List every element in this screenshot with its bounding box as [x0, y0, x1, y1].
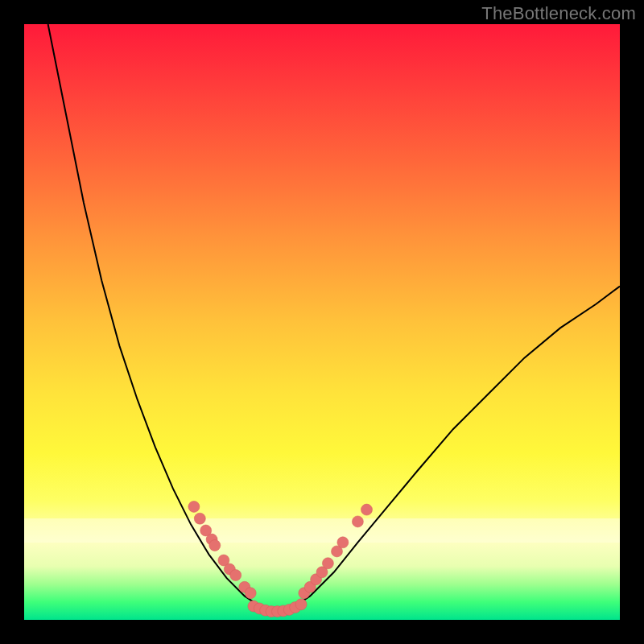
data-marker [352, 516, 363, 527]
data-marker [194, 513, 205, 524]
chart-frame: TheBottleneck.com [0, 0, 644, 644]
data-marker [209, 540, 221, 551]
chart-svg [0, 0, 644, 644]
data-marker [230, 570, 242, 581]
data-marker [322, 558, 333, 569]
curve-group [48, 24, 620, 614]
data-marker [295, 599, 307, 610]
data-marker [245, 588, 256, 599]
data-marker [361, 504, 373, 515]
data-marker [337, 537, 349, 548]
data-marker [188, 501, 200, 512]
curve-left [48, 24, 275, 614]
